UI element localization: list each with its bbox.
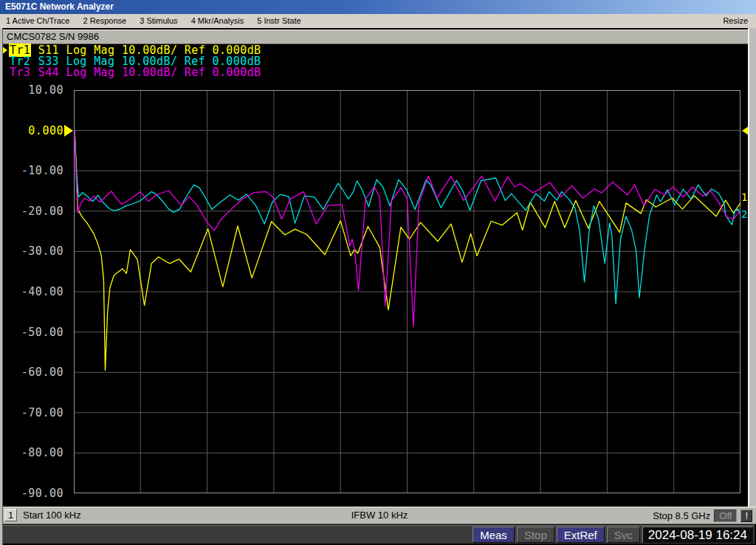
instrument-id: CMCS0782 S/N 9986 <box>7 31 99 42</box>
vna-screen: { "window": { "title": "E5071C Network A… <box>0 0 756 545</box>
client-area: CMCS0782 S/N 9986 Tr1 S11 Log Mag 10.00d… <box>0 28 756 545</box>
trace-id: Tr3 <box>9 66 31 79</box>
ref-level-marker-left[interactable] <box>64 125 73 137</box>
menu-mkr-analysis[interactable]: 4 Mkr/Analysis <box>191 14 244 28</box>
sweep-stop-label: Stop 8.5 GHz <box>653 510 710 521</box>
trace-end-label-2: 2 <box>741 208 747 220</box>
datetime-display: 2024-08-19 16:24 <box>642 527 753 543</box>
y-tick-label: -80.00 <box>0 446 63 459</box>
trace-end-label-1: 1 <box>741 191 747 203</box>
extref-status-indicator: ExtRef <box>557 527 605 543</box>
y-axis-labels: 10.000.000-10.00-20.00-30.00-40.00-50.00… <box>0 28 66 545</box>
menu-stimulus[interactable]: 3 Stimulus <box>140 14 177 28</box>
y-tick-label: -50.00 <box>0 326 63 339</box>
y-tick-label: -30.00 <box>0 244 63 258</box>
menu-instr-state[interactable]: 5 Instr State <box>257 14 300 28</box>
channel-status-bar: 1 Start 100 kHz IFBW 10 kHz Stop 8.5 GHz… <box>3 507 756 524</box>
menu-response[interactable]: 2 Response <box>83 14 126 28</box>
window-frame-right <box>748 28 756 507</box>
menu-active-ch-trace[interactable]: 1 Active Ch/Trace <box>6 14 69 28</box>
trace-desc: S44 Log Mag 10.00dB/ Ref 0.000dB <box>31 66 261 79</box>
window-frame-left <box>0 28 3 545</box>
trace-plot <box>74 90 740 493</box>
status-right-group: Stop 8.5 GHz Off ! <box>653 507 752 524</box>
y-tick-label: -20.00 <box>0 205 63 218</box>
alert-indicator[interactable]: ! <box>740 510 752 522</box>
legend-row-tr3[interactable]: Tr3 S44 Log Mag 10.00dB/ Ref 0.000dB <box>1 67 261 78</box>
svc-status-indicator: Svc <box>607 527 640 543</box>
averaging-off-indicator: Off <box>714 510 737 522</box>
plot-area <box>74 90 740 493</box>
y-tick-label: -90.00 <box>0 487 63 500</box>
y-tick-label: -70.00 <box>0 406 63 419</box>
window-titlebar[interactable]: E5071C Network Analyzer <box>0 0 756 14</box>
ifbw-label: IFBW 10 kHz <box>3 510 756 521</box>
y-tick-label: -60.00 <box>0 366 63 379</box>
sweep-stop-indicator: Stop <box>517 527 554 543</box>
window-title: E5071C Network Analyzer <box>5 1 114 12</box>
y-tick-label: 0.000 <box>0 124 63 137</box>
y-tick-label: 10.00 <box>0 83 63 97</box>
instrument-status-bar: Meas Stop ExtRef Svc 2024-08-19 16:24 <box>1 525 755 544</box>
trace-legend: Tr1 S11 Log Mag 10.00dB/ Ref 0.000dB Tr2… <box>1 45 261 78</box>
y-tick-label: -10.00 <box>0 164 63 177</box>
meas-status-indicator: Meas <box>472 527 515 543</box>
y-tick-label: -40.00 <box>0 285 63 298</box>
instrument-id-bar: CMCS0782 S/N 9986 <box>3 30 748 44</box>
menu-resize[interactable]: Resize <box>723 14 748 28</box>
menu-bar: 1 Active Ch/Trace 2 Response 3 Stimulus … <box>0 14 756 28</box>
